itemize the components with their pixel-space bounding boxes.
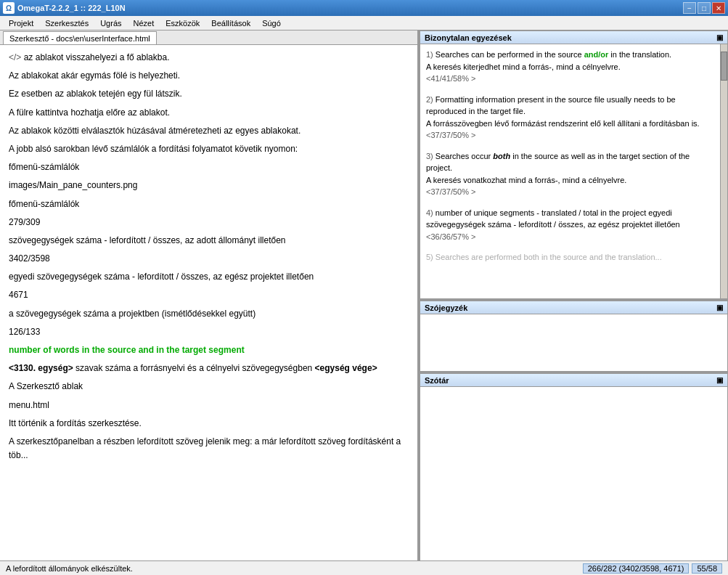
- fuzzy-src-text-1: Searches can be performed in the source: [435, 50, 584, 59]
- fuzzy-src-text-3a: Searches occur: [435, 152, 493, 160]
- tab-label: Szerkesztő - docs\en\userInterface.html: [9, 34, 150, 43]
- dict-panel: Szótár ▣: [420, 372, 728, 575]
- window-title: OmegaT-2.2.2_1 :: 222_L10N: [17, 4, 126, 12]
- menu-ugras[interactable]: Ugrás: [94, 16, 127, 30]
- fuzzy-src-2: 2) Formatting information present in the…: [426, 94, 714, 118]
- menu-szerkesztes[interactable]: Szerkesztés: [39, 16, 94, 30]
- fuzzy-num-4: 4): [426, 208, 433, 217]
- glossary-panel: Szójegyzék ▣: [420, 299, 728, 372]
- line-20: menu.html: [9, 399, 409, 412]
- line-3: Ez esetben az ablakok tetején egy fül lá…: [9, 87, 409, 101]
- line-2: Az ablakokat akár egymás fölé is helyezh…: [9, 69, 409, 83]
- counter-2: 55/58: [692, 563, 722, 574]
- menu-projekt[interactable]: Projekt: [3, 16, 39, 30]
- fuzzy-entry-2: 2) Formatting information present in the…: [426, 94, 714, 142]
- tab-bar: Szerkesztő - docs\en\userInterface.html: [0, 30, 417, 45]
- dict-panel-header: Szótár ▣: [420, 374, 727, 387]
- dict-panel-icon[interactable]: ▣: [716, 376, 723, 384]
- glossary-panel-header: Szójegyzék ▣: [420, 301, 727, 314]
- fuzzy-src-text-2: Formatting information present in the so…: [426, 95, 676, 116]
- fuzzy-score-3: <37/37/50% >: [426, 186, 714, 198]
- fuzzy-num-5: 5): [426, 253, 433, 261]
- line-18: <3130. egység> szavak száma a forrásnyel…: [9, 362, 409, 375]
- fuzzy-src-rest-1: in the translation.: [608, 50, 671, 59]
- status-left: A lefordított állományok elkészültek.: [6, 564, 133, 573]
- status-right: 266/282 (3402/3598, 4671) 55/58: [583, 563, 722, 574]
- line-11: szövegegységek száma - lefordított / öss…: [9, 234, 409, 248]
- dict-panel-title: Szótár: [425, 376, 449, 385]
- line-21: Itt történik a fordítás szerkesztése.: [9, 417, 409, 431]
- line-15: a szövegegységek száma a projektben (ism…: [9, 307, 409, 321]
- editor-tab[interactable]: Szerkesztő - docs\en\userInterface.html: [3, 31, 157, 44]
- fuzzy-scroll-thumb[interactable]: [721, 52, 727, 81]
- segment-tag-close: <egység vége>: [315, 363, 377, 373]
- segment-tag-open: <3130. egység>: [9, 363, 73, 373]
- line-10: 279/309: [9, 216, 409, 229]
- title-bar-buttons[interactable]: − □ ✕: [683, 2, 725, 14]
- counter-1: 266/282 (3402/3598, 4671): [583, 563, 690, 574]
- menu-eszkozok[interactable]: Eszközök: [160, 16, 205, 30]
- menu-sugo[interactable]: Súgó: [256, 16, 287, 30]
- glossary-panel-icon[interactable]: ▣: [716, 303, 723, 311]
- fuzzy-panel-title: Bizonytalan egyezések: [425, 33, 512, 42]
- fuzzy-highlight-3: both: [493, 152, 510, 160]
- fuzzy-src-1: 1) Searches can be performed in the sour…: [426, 49, 714, 61]
- fuzzy-content[interactable]: 1) Searches can be performed in the sour…: [420, 44, 720, 298]
- line-17: number of words in the source and in the…: [9, 343, 409, 357]
- fuzzy-score-4: <36/36/57% >: [426, 231, 714, 243]
- editor-pane: Szerkesztő - docs\en\userInterface.html …: [0, 30, 420, 575]
- fuzzy-num-3: 3): [426, 152, 433, 160]
- line-6: A jobb alsó sarokban lévő számlálók a fo…: [9, 142, 409, 156]
- app-icon: Ω: [3, 2, 15, 14]
- fuzzy-tgt-3: A keresés vonatkozhat mind a forrás-, mi…: [426, 174, 714, 187]
- line-1: </> az ablakot visszahelyezi a fő ablakb…: [9, 51, 409, 65]
- line-9: főmenü-számlálók: [9, 197, 409, 211]
- menu-beallitasok[interactable]: Beállítások: [205, 16, 256, 30]
- fuzzy-score-2: <37/37/50% >: [426, 129, 714, 142]
- glossary-panel-title: Szójegyzék: [425, 303, 467, 312]
- fuzzy-panel-icon[interactable]: ▣: [716, 33, 723, 41]
- line-7: főmenü-számlálók: [9, 160, 409, 174]
- fuzzy-src-text-4: number of unique segments - translated /…: [426, 208, 680, 229]
- status-bar: A lefordított állományok elkészültek. 26…: [0, 560, 728, 575]
- line-14: 4671: [9, 288, 409, 302]
- title-bar-left: Ω OmegaT-2.2.2_1 :: 222_L10N: [3, 2, 126, 14]
- maximize-button[interactable]: □: [698, 2, 711, 14]
- fuzzy-panel-header: Bizonytalan egyezések ▣: [420, 31, 727, 44]
- fuzzy-scroll-container: 1) Searches can be performed in the sour…: [420, 44, 727, 298]
- fuzzy-src-3: 3) Searches occur both in the source as …: [426, 150, 714, 174]
- fuzzy-src-text-5: Searches are performed both in the sourc…: [435, 253, 662, 261]
- fuzzy-score-1: <41/41/58% >: [426, 73, 714, 85]
- line-5: Az ablakok közötti elválasztók húzásával…: [9, 124, 409, 138]
- fuzzy-num-2: 2): [426, 95, 433, 104]
- minimize-button[interactable]: −: [683, 2, 696, 14]
- fuzzy-panel: Bizonytalan egyezések ▣ 1) Searches can …: [420, 30, 728, 299]
- editor-content[interactable]: </> az ablakot visszahelyezi a fő ablakb…: [0, 45, 417, 560]
- right-pane: Bizonytalan egyezések ▣ 1) Searches can …: [420, 30, 728, 575]
- fuzzy-src-5: 5) Searches are performed both in the so…: [426, 251, 714, 264]
- fuzzy-entry-1: 1) Searches can be performed in the sour…: [426, 49, 714, 85]
- fuzzy-tgt-1: A keresés kiterjedhet mind a forrás-, mi…: [426, 61, 714, 73]
- menu-nezet[interactable]: Nézet: [128, 16, 160, 30]
- fuzzy-src-4: 4) number of unique segments - translate…: [426, 207, 714, 231]
- fuzzy-scrollbar[interactable]: [720, 44, 727, 298]
- fuzzy-tgt-2: A forrásszövegben lévő formázást rendsze…: [426, 118, 714, 130]
- line-22: A szerkesztőpanelban a részben lefordíto…: [9, 435, 409, 462]
- line-4: A fülre kattintva hozhatja előre az abla…: [9, 106, 409, 120]
- glossary-content[interactable]: [420, 314, 727, 371]
- line-8: images/Main_pane_counters.png: [9, 179, 409, 192]
- line-16: 126/133: [9, 325, 409, 339]
- menu-bar: Projekt Szerkesztés Ugrás Nézet Eszközök…: [0, 16, 728, 30]
- fuzzy-highlight-1: and/or: [584, 50, 609, 59]
- line-19: A Szerkesztő ablak: [9, 380, 409, 393]
- fuzzy-entry-4: 4) number of unique segments - translate…: [426, 207, 714, 243]
- title-bar: Ω OmegaT-2.2.2_1 :: 222_L10N − □ ✕: [0, 0, 728, 16]
- line-12: 3402/3598: [9, 252, 409, 266]
- green-segment: number of words in the source and in the…: [9, 345, 245, 355]
- fuzzy-entry-3: 3) Searches occur both in the source as …: [426, 150, 714, 198]
- dict-content[interactable]: [420, 387, 727, 574]
- close-button[interactable]: ✕: [712, 2, 725, 14]
- fuzzy-num-1: 1): [426, 50, 433, 59]
- fuzzy-entry-5: 5) Searches are performed both in the so…: [426, 251, 714, 264]
- line-13: egyedi szövegegységek száma - lefordítot…: [9, 270, 409, 284]
